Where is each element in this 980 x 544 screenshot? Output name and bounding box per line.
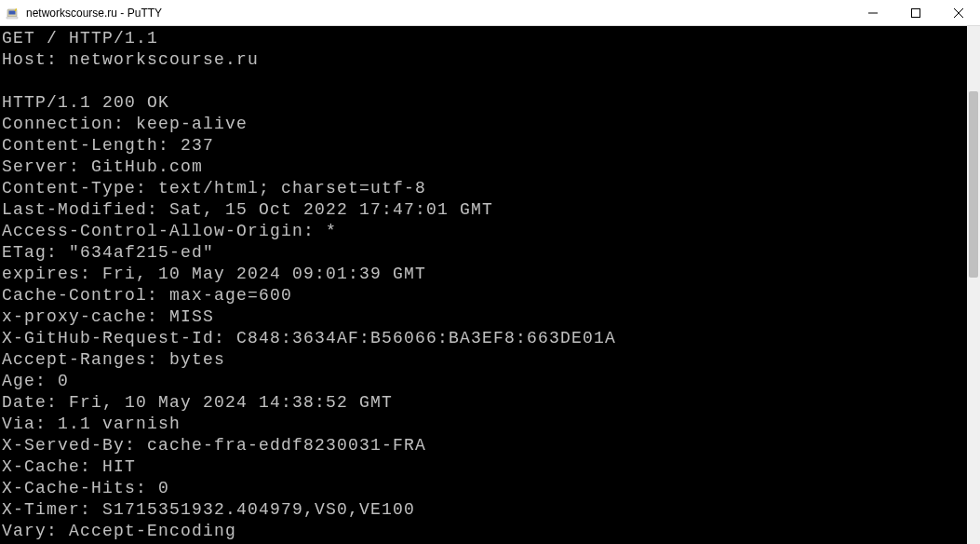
maximize-button[interactable] [894,0,937,25]
terminal-wrap: GET / HTTP/1.1 Host: networkscourse.ru H… [0,26,980,544]
terminal-output[interactable]: GET / HTTP/1.1 Host: networkscourse.ru H… [0,26,967,544]
svg-rect-5 [912,8,920,17]
svg-rect-1 [9,10,16,14]
minimize-button[interactable] [852,0,894,25]
window-title: networkscourse.ru - PuTTY [26,7,852,20]
window-controls [852,0,980,25]
window-titlebar: networkscourse.ru - PuTTY [0,0,980,26]
putty-icon [6,6,20,20]
svg-rect-3 [7,17,18,19]
scrollbar-thumb[interactable] [969,91,978,278]
close-button[interactable] [937,0,980,25]
scrollbar[interactable] [967,26,980,544]
